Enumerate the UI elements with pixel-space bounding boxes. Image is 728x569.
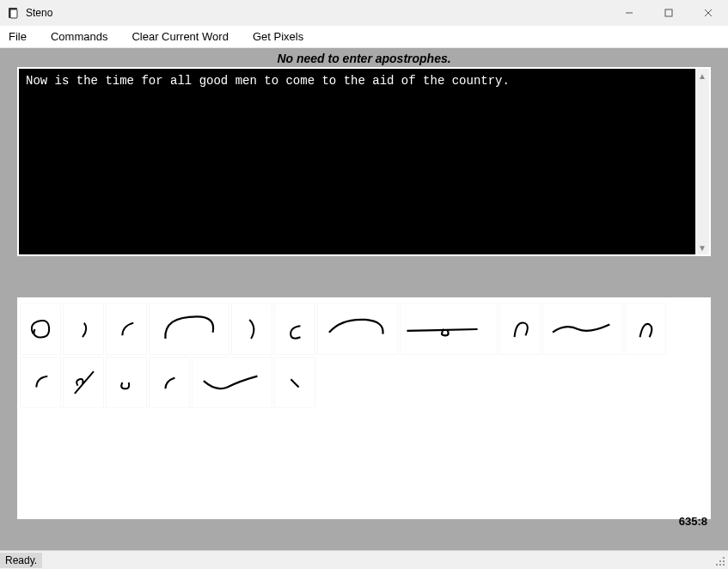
- glyph: [150, 358, 189, 407]
- svg-rect-3: [665, 9, 672, 16]
- glyph: [232, 304, 272, 354]
- scroll-down-icon: ▼: [695, 241, 709, 254]
- minimize-button[interactable]: [609, 0, 649, 26]
- glyph: [626, 304, 665, 354]
- glyph: [150, 304, 229, 354]
- glyph: [21, 358, 60, 407]
- maximize-icon: [664, 9, 673, 17]
- text-editor-panel: ▲ ▼: [17, 67, 711, 256]
- menu-clear-current-word[interactable]: Clear Current Word: [128, 28, 231, 45]
- window-title: Steno: [26, 7, 52, 19]
- menu-file[interactable]: File: [5, 28, 30, 45]
- client-area: No need to enter apostrophes. ▲ ▼: [0, 48, 728, 550]
- editor-scrollbar[interactable]: ▲ ▼: [695, 69, 709, 254]
- menubar: File Commands Clear Current Word Get Pix…: [0, 26, 728, 48]
- resize-grip-icon[interactable]: [714, 555, 726, 567]
- glyph: [275, 304, 315, 354]
- app-icon: [7, 6, 21, 20]
- app-window: Steno File Commands Clear Current Word G…: [0, 0, 728, 569]
- status-text: Ready.: [0, 553, 42, 568]
- glyph: [275, 358, 315, 407]
- menu-get-pixels[interactable]: Get Pixels: [249, 28, 307, 45]
- glyph: [500, 304, 540, 354]
- glyph: [318, 304, 397, 354]
- coordinate-readout: 635:8: [679, 515, 707, 528]
- scroll-up-icon: ▲: [695, 69, 709, 83]
- titlebar: Steno: [0, 0, 728, 26]
- svg-rect-1: [10, 9, 17, 18]
- glyph: [21, 304, 60, 354]
- glyph: [64, 358, 103, 407]
- glyph: [401, 304, 497, 354]
- menu-commands[interactable]: Commands: [47, 28, 111, 45]
- glyph: [107, 304, 146, 354]
- text-editor[interactable]: [19, 69, 695, 254]
- minimize-icon: [625, 9, 633, 17]
- statusbar: Ready.: [0, 550, 728, 569]
- instruction-label: No need to enter apostrophes.: [17, 52, 711, 65]
- maximize-button[interactable]: [649, 0, 688, 26]
- shorthand-canvas[interactable]: [17, 297, 711, 519]
- glyph: [64, 304, 103, 354]
- glyph: [543, 304, 622, 354]
- glyph: [193, 358, 272, 407]
- glyph: [107, 358, 146, 407]
- close-icon: [704, 9, 713, 17]
- close-button[interactable]: [688, 0, 728, 26]
